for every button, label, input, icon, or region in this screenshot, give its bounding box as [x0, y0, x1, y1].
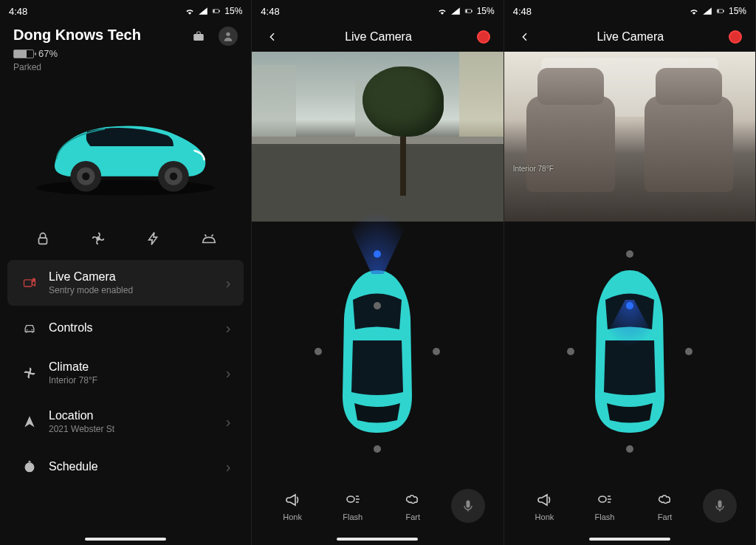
signal-icon	[198, 6, 208, 16]
svg-point-8	[82, 172, 89, 179]
menu-climate-sub: Interior 78°F	[49, 375, 216, 385]
car-icon	[21, 319, 38, 337]
svg-rect-22	[466, 10, 467, 13]
status-bar: 4:48 15%	[504, 0, 755, 22]
camera-feed-interior[interactable]: Interior 78°F	[504, 52, 755, 222]
cam-select-rear[interactable]	[626, 445, 633, 453]
svg-rect-1	[219, 10, 220, 12]
menu-schedule[interactable]: Schedule ›	[7, 448, 244, 486]
bottom-actions: Honk Flash Fart	[504, 481, 755, 545]
chevron-right-icon: ›	[226, 275, 231, 292]
svg-rect-12	[38, 238, 47, 244]
status-right: 15%	[689, 6, 746, 16]
camera-icon	[21, 274, 38, 292]
fart-button[interactable]: Fart	[643, 490, 687, 521]
signal-icon	[450, 6, 461, 16]
back-button[interactable]	[265, 30, 280, 44]
live-camera-interior: 4:48 15% Live Camera Interior 78°F	[504, 0, 756, 545]
cam-select-interior[interactable]	[374, 302, 381, 309]
menu-location[interactable]: Location 2021 Webster St ›	[7, 399, 244, 445]
flash-button[interactable]: Flash	[583, 490, 627, 521]
svg-point-18	[28, 371, 30, 374]
mic-button[interactable]	[451, 489, 485, 523]
home-indicator[interactable]	[337, 538, 418, 541]
menu-live-camera-title: Live Camera	[49, 270, 216, 284]
status-right: 15%	[437, 6, 495, 16]
live-camera-header: Live Camera	[504, 22, 755, 52]
home-indicator[interactable]	[589, 538, 670, 541]
lock-icon[interactable]	[33, 229, 52, 248]
svg-rect-2	[213, 10, 215, 13]
menu-climate[interactable]: Climate Interior 78°F ›	[7, 350, 244, 396]
frunk-icon[interactable]	[199, 229, 219, 248]
svg-rect-14	[24, 280, 32, 287]
menu-live-camera[interactable]: Live Camera Sentry mode enabled ›	[7, 260, 244, 306]
cam-select-front[interactable]	[374, 250, 381, 258]
tesla-app-home: 4:48 15% Dong Knows Tech 67% Parked	[0, 0, 252, 545]
svg-rect-21	[471, 10, 472, 12]
cam-select-rear[interactable]	[374, 445, 381, 453]
bottom-actions: Honk Flash Fart	[252, 481, 503, 545]
interior-temp-overlay: Interior 78°F	[513, 165, 554, 173]
live-camera-front: 4:48 15% Live Camera	[252, 0, 504, 545]
live-camera-header: Live Camera	[252, 22, 503, 52]
battery-icon	[464, 6, 474, 16]
chevron-right-icon: ›	[226, 414, 231, 431]
status-bar: 4:48 15%	[0, 0, 251, 22]
wifi-icon	[185, 6, 195, 16]
charge-icon[interactable]	[144, 229, 163, 248]
valet-icon[interactable]	[189, 27, 208, 46]
cam-select-left[interactable]	[315, 348, 322, 355]
status-battery: 15%	[729, 6, 746, 16]
svg-rect-3	[194, 34, 205, 41]
back-button[interactable]	[518, 30, 532, 44]
fan-icon[interactable]	[89, 229, 108, 248]
record-indicator	[729, 30, 742, 44]
chevron-right-icon: ›	[226, 320, 231, 337]
svg-point-11	[170, 172, 177, 179]
flash-button[interactable]: Flash	[331, 490, 375, 521]
svg-point-13	[97, 237, 100, 240]
menu-schedule-title: Schedule	[49, 460, 216, 473]
home-indicator[interactable]	[85, 538, 166, 541]
car-top-image	[337, 267, 418, 436]
cam-select-front[interactable]	[626, 250, 633, 258]
status-right: 15%	[185, 6, 242, 16]
vehicle-battery-pct: 67%	[38, 48, 58, 59]
svg-point-4	[227, 32, 230, 36]
svg-point-5	[36, 180, 216, 196]
quick-actions	[0, 223, 251, 260]
clock-icon	[21, 458, 38, 476]
profile-icon[interactable]	[219, 27, 238, 46]
location-icon	[21, 413, 38, 431]
fart-label: Fart	[658, 513, 673, 521]
honk-label: Honk	[535, 513, 554, 521]
flash-label: Flash	[595, 513, 615, 521]
menu-location-title: Location	[49, 409, 216, 422]
battery-icon	[211, 6, 221, 16]
chevron-right-icon: ›	[226, 459, 231, 476]
status-battery: 15%	[224, 6, 242, 16]
menu-controls[interactable]: Controls ›	[7, 309, 244, 347]
record-indicator	[477, 30, 490, 44]
live-camera-title: Live Camera	[345, 30, 412, 44]
cam-select-interior[interactable]	[626, 302, 633, 309]
fan-icon	[21, 364, 38, 382]
cam-select-right[interactable]	[685, 348, 693, 355]
honk-button[interactable]: Honk	[522, 490, 566, 521]
fart-button[interactable]: Fart	[391, 490, 435, 521]
wifi-icon	[437, 6, 447, 16]
svg-point-16	[27, 329, 28, 331]
cam-select-right[interactable]	[433, 348, 440, 355]
svg-point-28	[599, 496, 606, 502]
status-time: 4:48	[513, 6, 532, 17]
svg-rect-29	[718, 501, 722, 508]
cam-select-left[interactable]	[567, 348, 574, 355]
honk-button[interactable]: Honk	[270, 490, 315, 521]
svg-rect-26	[723, 10, 724, 12]
battery-icon	[715, 6, 726, 16]
menu-live-camera-sub: Sentry mode enabled	[49, 285, 216, 295]
mic-button[interactable]	[703, 489, 737, 523]
svg-rect-24	[466, 501, 470, 508]
live-camera-title: Live Camera	[597, 30, 664, 44]
